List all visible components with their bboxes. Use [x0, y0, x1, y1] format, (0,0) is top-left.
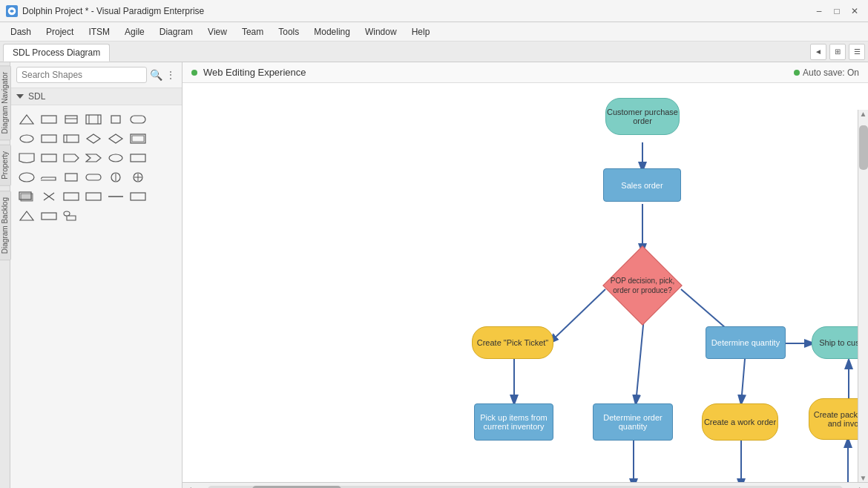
menu-help[interactable]: Help — [404, 24, 438, 40]
node-pick-up-items[interactable]: Pick up items from current inventory — [474, 403, 553, 441]
node-determine-quantity[interactable]: Determine quantity — [706, 326, 786, 359]
scroll-thumb-horizontal[interactable] — [252, 486, 341, 489]
title-bar: Dolphin Project * - Visual Paradigm Ente… — [0, 0, 868, 22]
shape-tri2[interactable] — [16, 208, 37, 224]
menu-team[interactable]: Team — [234, 24, 271, 40]
node-sales-order[interactable]: Sales order — [603, 168, 681, 202]
shape-diamond2[interactable] — [105, 131, 126, 147]
app-icon — [6, 5, 18, 17]
shapes-row-5 — [16, 188, 176, 205]
svg-marker-1 — [20, 115, 33, 124]
tab-bar: SDL Process Diagram ◄ ⊞ ☰ — [0, 42, 868, 62]
shape-oval[interactable] — [105, 150, 126, 166]
canvas-title: Web Editing Experience — [203, 67, 306, 78]
scroll-left-arrow[interactable]: ◄ — [185, 485, 193, 488]
more-options-icon[interactable]: ⋮ — [165, 69, 176, 81]
maximize-button[interactable]: □ — [829, 4, 844, 19]
sidebar-tab-backlog[interactable]: Diagram Backlog — [0, 191, 11, 260]
sidebar-tab-property[interactable]: Property — [0, 145, 11, 186]
shapes-row-3 — [16, 150, 176, 166]
shape-rect12[interactable] — [39, 208, 59, 224]
svg-marker-15 — [109, 134, 122, 143]
shape-rounded1[interactable] — [128, 111, 148, 128]
search-icon[interactable]: 🔍 — [150, 69, 162, 81]
node-create-pick-ticket[interactable]: Create "Pick Ticket" — [472, 326, 553, 359]
menu-itsm[interactable]: ITSM — [81, 24, 117, 40]
shape-diamond[interactable] — [83, 131, 104, 147]
horizontal-scrollbar[interactable] — [208, 486, 843, 489]
auto-save-label: Auto save: On — [803, 67, 859, 78]
shapes-row-1 — [16, 111, 176, 128]
diagram-canvas[interactable]: Customer purchase order Sales order POP … — [183, 83, 868, 482]
shape-x[interactable] — [39, 188, 59, 205]
node-customer-purchase-order[interactable]: Customer purchase order — [605, 98, 680, 135]
menu-window[interactable]: Window — [358, 24, 404, 40]
svg-rect-38 — [42, 213, 56, 220]
shape-shadow-rect[interactable] — [16, 188, 37, 205]
svg-point-19 — [109, 154, 122, 162]
left-sidebar-tabs: Diagram Navigator Property Diagram Backl… — [0, 62, 10, 488]
scroll-down-arrow[interactable]: ▼ — [860, 474, 867, 482]
tab-bar-icons: ◄ ⊞ ☰ — [810, 44, 865, 60]
shape-line[interactable] — [105, 188, 126, 205]
svg-rect-34 — [86, 193, 101, 200]
shape-ellipse1[interactable] — [16, 131, 37, 147]
menu-modeling[interactable]: Modeling — [306, 24, 358, 40]
menu-project[interactable]: Project — [39, 24, 81, 40]
svg-rect-5 — [86, 115, 101, 124]
svg-point-21 — [19, 173, 34, 182]
shape-notch[interactable] — [61, 150, 82, 166]
title-bar-controls[interactable]: – □ ✕ — [812, 4, 862, 19]
shape-chevron[interactable] — [83, 150, 104, 166]
shape-scroll[interactable] — [61, 208, 82, 224]
scroll-up-arrow[interactable]: ▲ — [860, 110, 867, 118]
shape-circle-cross[interactable] — [105, 169, 126, 185]
shape-process[interactable] — [61, 131, 82, 147]
shape-rect9[interactable] — [61, 188, 82, 205]
close-button[interactable]: ✕ — [847, 4, 862, 19]
shape-rect2[interactable] — [61, 111, 82, 128]
shape-rect11[interactable] — [128, 188, 148, 205]
diagram-tab[interactable]: SDL Process Diagram — [3, 44, 110, 62]
search-input[interactable] — [16, 67, 147, 83]
tab-list-btn[interactable]: ☰ — [849, 44, 865, 60]
scroll-thumb[interactable] — [859, 125, 868, 170]
shape-circle-plus[interactable] — [128, 169, 148, 185]
tab-grid-btn[interactable]: ⊞ — [829, 44, 846, 60]
shape-doc[interactable] — [16, 150, 37, 166]
menu-tools[interactable]: Tools — [271, 24, 306, 40]
menu-diagram[interactable]: Diagram — [152, 24, 200, 40]
shape-rect7[interactable] — [128, 150, 148, 166]
shape-triangle[interactable] — [16, 111, 37, 128]
sidebar-tab-navigator[interactable]: Diagram Navigator — [0, 65, 11, 140]
minimize-button[interactable]: – — [812, 4, 826, 19]
shape-rect10[interactable] — [83, 188, 104, 205]
shape-rounded2[interactable] — [83, 169, 104, 185]
title-bar-left: Dolphin Project * - Visual Paradigm Ente… — [6, 5, 204, 17]
bottom-scrollbar: ◄ ► — [183, 482, 868, 488]
menu-dash[interactable]: Dash — [3, 24, 39, 40]
shape-group-header[interactable]: SDL — [10, 88, 182, 105]
menu-agile[interactable]: Agile — [117, 24, 152, 40]
shape-rect1[interactable] — [39, 111, 59, 128]
svg-rect-11 — [42, 135, 56, 142]
shape-dbl-border[interactable] — [128, 131, 148, 147]
shape-ellipse2[interactable] — [16, 169, 37, 185]
shape-rect5[interactable] — [39, 131, 59, 147]
canvas-toolbar: Web Editing Experience Auto save: On — [183, 62, 868, 83]
node-determine-order-qty[interactable]: Determine order quantity — [593, 403, 673, 441]
shape-rect4[interactable] — [105, 111, 126, 128]
app-title: Dolphin Project * - Visual Paradigm Ente… — [22, 6, 204, 16]
shape-trapez[interactable] — [39, 169, 59, 185]
vertical-scrollbar[interactable]: ▲ ▼ — [858, 110, 868, 482]
tab-back-btn[interactable]: ◄ — [810, 44, 826, 60]
scroll-right-arrow[interactable]: ► — [858, 485, 865, 488]
shape-rect3[interactable] — [83, 111, 104, 128]
shape-rect8[interactable] — [61, 169, 82, 185]
svg-rect-8 — [111, 116, 120, 123]
node-create-work-order[interactable]: Create a work order — [702, 403, 778, 441]
shape-rect6[interactable] — [39, 150, 59, 166]
svg-point-10 — [20, 135, 33, 142]
menu-view[interactable]: View — [200, 24, 234, 40]
node-pop-decision[interactable]: POP decision, pick, order or produce? — [602, 252, 683, 319]
